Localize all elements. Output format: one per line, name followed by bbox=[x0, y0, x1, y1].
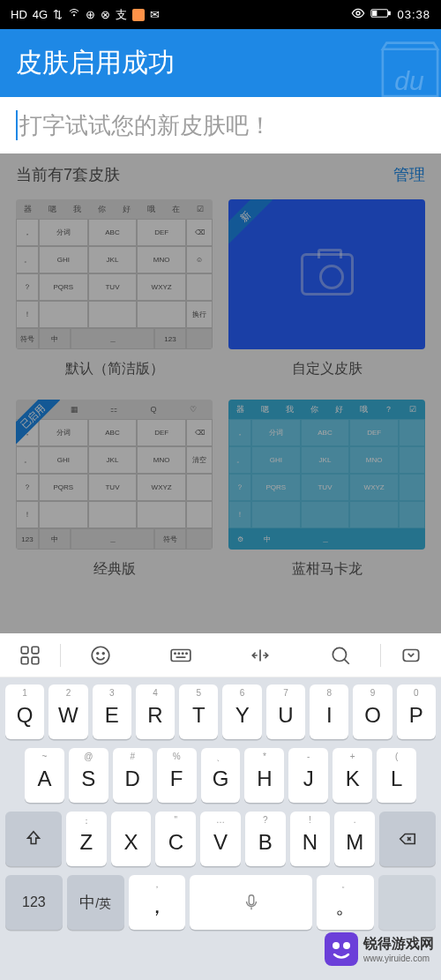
status-left-icons: HD 4G ⇅ ⊕ ⊗ 支 ✉ bbox=[11, 7, 160, 23]
skin-card-classic[interactable]: 已启用 ☷▦⚏Q♡ ，分词ABCDEF⌫ 。GHIJKLMNO清空 ？PQRST… bbox=[16, 400, 213, 584]
mail-icon: ✉ bbox=[150, 8, 160, 21]
skin-label: 自定义皮肤 bbox=[228, 349, 425, 384]
svg-point-13 bbox=[175, 653, 176, 654]
key-Y[interactable]: 6Y bbox=[222, 685, 261, 739]
svg-rect-6 bbox=[32, 647, 39, 654]
network-4g-icon: 4G bbox=[33, 8, 48, 21]
svg-rect-21 bbox=[249, 895, 254, 905]
key-J[interactable]: -J bbox=[288, 748, 328, 803]
key-C[interactable]: "C bbox=[155, 812, 196, 866]
key-R[interactable]: 4R bbox=[136, 685, 175, 739]
key-W[interactable]: 2W bbox=[49, 685, 87, 739]
keyboard-icon[interactable] bbox=[141, 633, 221, 677]
key-L[interactable]: (L bbox=[377, 748, 416, 803]
cursor-move-icon[interactable] bbox=[220, 633, 301, 677]
key-E[interactable]: 3E bbox=[93, 685, 131, 739]
key-Z[interactable]: ：Z bbox=[66, 812, 107, 866]
app-icon bbox=[132, 9, 145, 21]
svg-rect-8 bbox=[32, 657, 39, 664]
svg-point-14 bbox=[178, 653, 179, 654]
svg-point-9 bbox=[93, 647, 110, 664]
enter-key[interactable] bbox=[378, 875, 436, 930]
app-header: 皮肤启用成功 du bbox=[0, 29, 441, 97]
svg-point-16 bbox=[186, 653, 187, 654]
camera-icon bbox=[301, 253, 354, 295]
svg-point-0 bbox=[356, 11, 360, 15]
period-key[interactable]: 。。 bbox=[317, 875, 374, 930]
svg-point-11 bbox=[103, 652, 105, 654]
header-title: 皮肤启用成功 bbox=[16, 45, 175, 81]
key-B[interactable]: ?B bbox=[245, 812, 286, 866]
key-U[interactable]: 7U bbox=[266, 685, 305, 739]
comma-key[interactable]: ，， bbox=[129, 875, 186, 930]
svg-point-18 bbox=[333, 647, 346, 661]
watermark-logo-icon bbox=[325, 932, 358, 966]
status-time: 03:38 bbox=[397, 8, 430, 21]
key-M[interactable]: .M bbox=[334, 812, 375, 866]
wifi-icon bbox=[68, 7, 80, 22]
svg-point-15 bbox=[182, 653, 183, 654]
language-key[interactable]: 中/英 bbox=[67, 875, 124, 930]
icon-1: ⊕ bbox=[86, 8, 95, 21]
data-icon: ⇅ bbox=[53, 8, 63, 21]
svg-point-10 bbox=[97, 652, 99, 654]
hd-icon: HD bbox=[11, 8, 27, 21]
status-bar: HD 4G ⇅ ⊕ ⊗ 支 ✉ 03:38 bbox=[0, 0, 441, 29]
key-K[interactable]: +K bbox=[333, 748, 372, 803]
watermark-name: 锐得游戏网 bbox=[363, 935, 434, 954]
svg-rect-2 bbox=[389, 11, 391, 14]
skin-card-macaron[interactable]: 器嗯我你好哦？☑ ，分词ABCDEF 。GHIJKLMNO ？PQRSTUVWX… bbox=[228, 400, 425, 584]
svg-rect-5 bbox=[21, 647, 28, 654]
skin-count-label: 当前有7套皮肤 bbox=[16, 164, 120, 185]
keyboard-row-4: 123 中/英 ，， 。。 bbox=[4, 875, 437, 930]
numeric-key[interactable]: 123 bbox=[5, 875, 63, 930]
skin-card-custom[interactable]: 新 自定义皮肤 bbox=[228, 199, 425, 384]
backspace-key[interactable] bbox=[379, 812, 436, 866]
skin-list-section: 当前有7套皮肤 管理 器嗯我你好哦在☑ ，分词ABCDEF⌫ 。GHIJKLMN… bbox=[0, 153, 441, 633]
key-P[interactable]: 0P bbox=[397, 685, 436, 739]
key-Q[interactable]: 1Q bbox=[5, 685, 44, 739]
svg-text:du: du bbox=[394, 66, 424, 95]
shift-key[interactable] bbox=[5, 812, 62, 866]
skin-label: 默认（简洁版） bbox=[16, 349, 213, 384]
skin-card-default[interactable]: 器嗯我你好哦在☑ ，分词ABCDEF⌫ 。GHIJKLMNO☺ ？PQRSTUV… bbox=[16, 199, 213, 384]
watermark: 锐得游戏网 www.yiruide.com bbox=[321, 929, 437, 969]
icon-2: ⊗ bbox=[101, 8, 110, 21]
alipay-icon: 支 bbox=[116, 7, 127, 23]
status-right: 03:38 bbox=[351, 6, 430, 23]
battery-icon bbox=[370, 7, 392, 22]
grid-icon[interactable] bbox=[0, 633, 60, 677]
input-placeholder: 打字试试您的新皮肤吧！ bbox=[19, 110, 272, 141]
skin-label: 经典版 bbox=[16, 550, 213, 584]
chevron-down-icon[interactable] bbox=[381, 633, 441, 677]
key-D[interactable]: #D bbox=[113, 748, 153, 803]
svg-rect-12 bbox=[171, 649, 191, 661]
space-key[interactable] bbox=[190, 875, 312, 930]
key-I[interactable]: 8I bbox=[310, 685, 348, 739]
key-N[interactable]: !N bbox=[290, 812, 331, 866]
keyboard-row-1: 1Q2W3E4R5T6Y7U8I9O0P bbox=[4, 685, 437, 739]
key-X[interactable]: X bbox=[111, 812, 152, 866]
search-icon[interactable] bbox=[301, 633, 381, 677]
key-G[interactable]: 、G bbox=[201, 748, 241, 803]
skin-label: 蓝柑马卡龙 bbox=[228, 550, 425, 584]
svg-rect-3 bbox=[373, 11, 377, 15]
svg-line-19 bbox=[344, 659, 348, 663]
key-A[interactable]: ~A bbox=[25, 748, 64, 803]
key-T[interactable]: 5T bbox=[179, 685, 218, 739]
keyboard-toolbar bbox=[0, 633, 441, 677]
text-input-area[interactable]: 打字试试您的新皮肤吧！ bbox=[0, 97, 441, 153]
manage-button[interactable]: 管理 bbox=[393, 164, 425, 185]
key-S[interactable]: @S bbox=[69, 748, 108, 803]
key-O[interactable]: 9O bbox=[353, 685, 392, 739]
eye-icon bbox=[351, 6, 365, 23]
emoji-icon[interactable] bbox=[61, 633, 141, 677]
key-F[interactable]: %F bbox=[157, 748, 197, 803]
key-V[interactable]: …V bbox=[200, 812, 241, 866]
key-H[interactable]: *H bbox=[244, 748, 284, 803]
du-logo-icon: du bbox=[370, 34, 441, 97]
keyboard-row-2: ~A@S#D%F、G*H-J+K(L bbox=[4, 748, 437, 803]
watermark-url: www.yiruide.com bbox=[363, 954, 434, 963]
keyboard-row-3: ：ZX"C…V?B!N.M bbox=[4, 812, 437, 866]
svg-rect-7 bbox=[21, 657, 28, 664]
